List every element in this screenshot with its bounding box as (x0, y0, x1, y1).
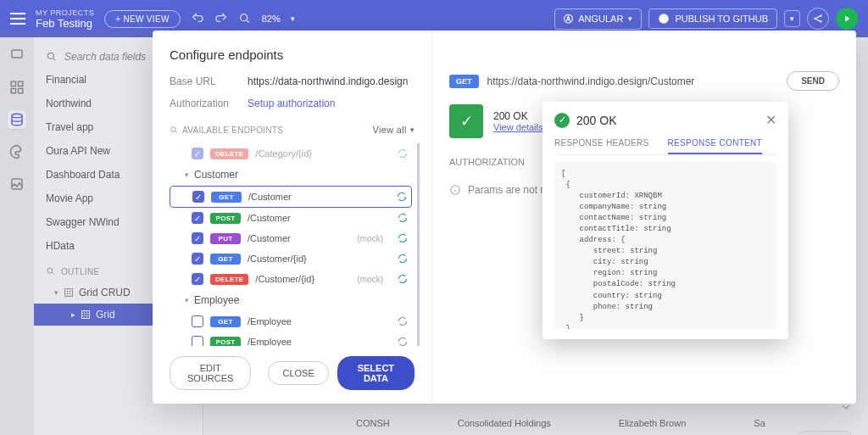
view-details-link[interactable]: View details (493, 122, 543, 132)
mock-label: (mock) (357, 275, 383, 284)
github-icon (658, 13, 670, 25)
publish-dropdown[interactable]: ▾ (784, 10, 800, 27)
close-button[interactable]: CLOSE (268, 361, 328, 385)
checkbox[interactable] (192, 315, 203, 327)
checkbox[interactable] (192, 336, 203, 346)
endpoint-row[interactable]: POST /Customer (170, 208, 412, 228)
svg-point-0 (240, 14, 247, 21)
refresh-icon[interactable] (397, 336, 409, 346)
response-body[interactable]: [ { customerId: XRNQBM companyName: stri… (554, 162, 776, 329)
refresh-icon[interactable] (397, 315, 409, 327)
chevron-down-icon: ▾ (185, 170, 189, 179)
modal-left-panel: Configure endpoints Base URL https://dat… (153, 31, 432, 404)
chevron-down-icon: ▾ (628, 14, 632, 23)
angular-icon: Ⓐ (564, 13, 573, 25)
share-button[interactable] (807, 8, 829, 30)
redo-icon[interactable] (214, 12, 228, 25)
play-icon (842, 14, 852, 24)
zoom-value[interactable]: 82% (262, 14, 281, 24)
chevron-down-icon: ▾ (185, 296, 189, 304)
endpoint-row[interactable]: GET /Employee (170, 311, 412, 332)
checkbox[interactable] (192, 191, 204, 203)
endpoint-path: /Customer (248, 213, 291, 223)
request-url: https://data-northwind.indigo.design/Cus… (487, 75, 779, 87)
method-badge: GET (211, 192, 242, 203)
edit-sources-button[interactable]: EDIT SOURCES (170, 356, 251, 390)
publish-button[interactable]: PUBLISH TO GITHUB (648, 8, 777, 29)
refresh-icon[interactable] (397, 212, 409, 224)
publish-label: PUBLISH TO GITHUB (675, 14, 768, 24)
refresh-icon[interactable] (397, 232, 409, 244)
endpoint-path: /Customer (248, 233, 291, 243)
setup-auth-link[interactable]: Setup authorization (248, 98, 335, 109)
new-view-button[interactable]: + NEW VIEW (104, 10, 180, 28)
search-icon (170, 125, 179, 135)
endpoint-path: /Category/{id} (255, 148, 312, 159)
checkbox[interactable] (192, 212, 203, 224)
svg-point-2 (820, 14, 821, 16)
popover-status: 200 OK (576, 114, 616, 127)
projects-label: MY PROJECTS (36, 8, 94, 17)
refresh-icon[interactable] (397, 273, 409, 285)
endpoint-row-selected[interactable]: GET /Customer (170, 186, 412, 208)
menu-icon[interactable] (10, 13, 25, 25)
endpoint-path: /Employee (248, 337, 292, 346)
endpoint-row[interactable]: GET /Customer/{id} (170, 248, 412, 269)
endpoint-row[interactable]: POST /Employee (170, 332, 412, 346)
svg-point-1 (659, 14, 670, 24)
zoom-icon[interactable] (238, 12, 252, 25)
svg-point-4 (814, 18, 815, 20)
refresh-icon[interactable] (397, 148, 409, 159)
endpoint-path: /Employee (248, 316, 292, 326)
checkbox[interactable] (192, 273, 203, 285)
request-method-badge: GET (449, 75, 479, 88)
tab-response-content[interactable]: RESPONSE CONTENT (668, 138, 762, 154)
available-endpoints-label: AVAILABLE ENDPOINTS (182, 125, 283, 135)
close-icon[interactable]: ✕ (765, 112, 776, 128)
preview-button[interactable] (836, 8, 858, 30)
method-badge: POST (210, 213, 241, 224)
chevron-down-icon[interactable]: ▾ (291, 14, 295, 23)
project-block: MY PROJECTS Feb Testing (36, 8, 94, 30)
refresh-icon[interactable] (396, 191, 408, 203)
checkbox[interactable] (192, 232, 203, 244)
endpoint-path: /Customer (248, 192, 292, 202)
method-badge: GET (210, 316, 241, 327)
view-all-link[interactable]: View all ▾ (373, 125, 415, 135)
method-badge: PUT (210, 233, 241, 244)
tab-authorization[interactable]: AUTHORIZATION (449, 157, 525, 167)
endpoint-row[interactable]: DELETE /Category/{id} (170, 143, 412, 164)
success-icon: ✓ (554, 113, 570, 128)
checkbox[interactable] (192, 253, 203, 265)
endpoint-list[interactable]: DELETE /Category/{id} ▾Customer GET /Cus… (170, 143, 420, 346)
undo-icon[interactable] (191, 12, 204, 25)
method-badge: DELETE (210, 148, 248, 159)
project-name[interactable]: Feb Testing (36, 17, 94, 30)
select-data-button[interactable]: SELECT DATA (337, 356, 415, 390)
mock-label: (mock) (357, 234, 383, 243)
checkbox[interactable] (192, 148, 203, 159)
share-icon (812, 13, 824, 25)
endpoint-group[interactable]: ▾Employee (170, 289, 412, 311)
svg-point-17 (171, 126, 176, 131)
framework-label: ANGULAR (578, 14, 623, 24)
endpoint-group[interactable]: ▾Customer (170, 164, 412, 186)
response-popover: ✓ 200 OK ✕ RESPONSE HEADERS RESPONSE CON… (542, 102, 788, 339)
base-url-value[interactable]: https://data-northwind.indigo.design (248, 75, 408, 87)
base-url-label: Base URL (170, 75, 237, 87)
refresh-icon[interactable] (397, 253, 409, 265)
endpoint-row[interactable]: PUT /Customer (mock) (170, 228, 412, 248)
info-icon (449, 184, 461, 196)
modal-title: Configure endpoints (170, 47, 415, 62)
method-badge: POST (210, 337, 241, 347)
framework-select[interactable]: Ⓐ ANGULAR ▾ (554, 8, 642, 30)
method-badge: DELETE (210, 274, 248, 285)
send-button[interactable]: SEND (787, 71, 839, 91)
endpoint-path: /Customer/{id} (255, 274, 314, 284)
auth-label: Authorization (170, 98, 237, 109)
svg-point-3 (820, 20, 821, 22)
status-code: 200 OK (493, 110, 543, 122)
endpoint-row[interactable]: DELETE /Customer/{id} (mock) (170, 269, 412, 289)
tab-response-headers[interactable]: RESPONSE HEADERS (554, 138, 649, 154)
status-icon: ✓ (449, 104, 483, 138)
